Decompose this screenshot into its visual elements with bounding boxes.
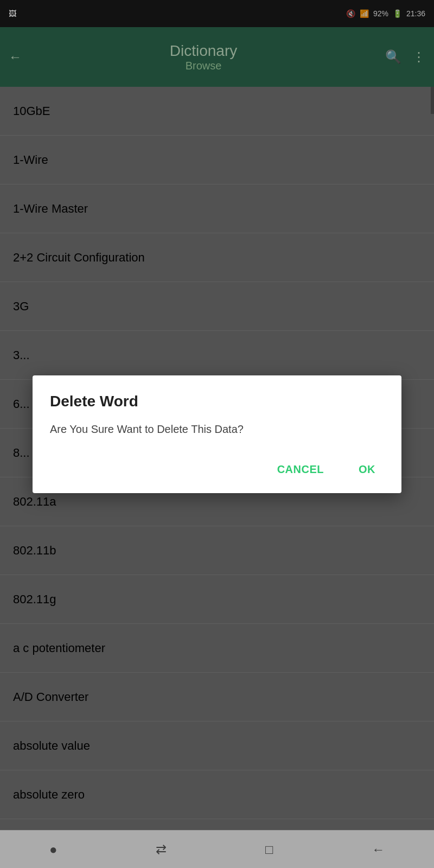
dialog-title: Delete Word (50, 393, 384, 410)
ok-button[interactable]: OK (350, 459, 384, 480)
dialog-overlay: Delete Word Are You Sure Want to Delete … (0, 0, 434, 868)
cancel-button[interactable]: CANCEL (269, 459, 333, 480)
dialog-message: Are You Sure Want to Delete This Data? (50, 421, 384, 437)
delete-word-dialog: Delete Word Are You Sure Want to Delete … (33, 375, 401, 493)
dialog-actions: CANCEL OK (50, 459, 384, 480)
